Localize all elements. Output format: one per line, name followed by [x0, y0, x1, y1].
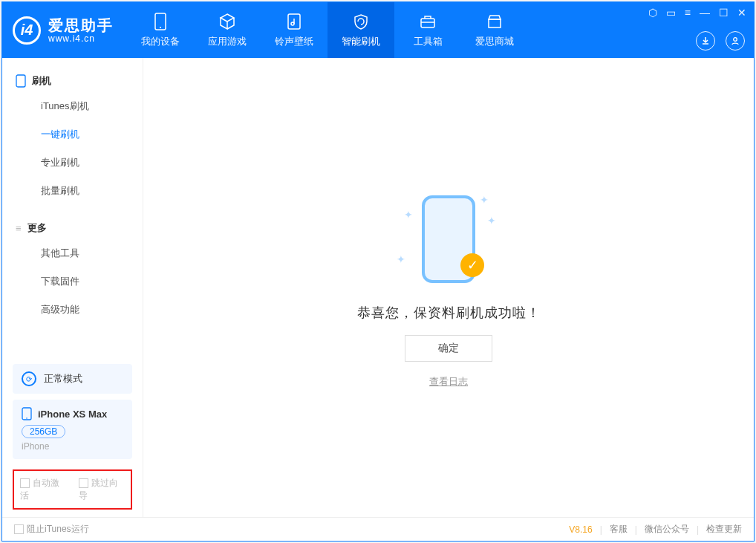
svg-point-3	[291, 22, 294, 25]
sidebar-item-other-tools[interactable]: 其他工具	[2, 239, 143, 267]
version-label: V8.16	[569, 524, 592, 535]
check-update-link[interactable]: 检查更新	[706, 523, 742, 536]
main-content: ✦ ✦ ✦ ✦ ✓ 恭喜您，保资料刷机成功啦！ 确定 查看日志	[143, 58, 754, 517]
app-logo: i4 爱思助手 www.i4.cn	[2, 2, 127, 58]
device-type: iPhone	[22, 441, 123, 452]
nav-label: 我的设备	[141, 35, 180, 48]
phone-small-icon	[16, 74, 26, 88]
body: 刷机 iTunes刷机 一键刷机 专业刷机 批量刷机 ≡ 更多 其他工具 下载固…	[2, 58, 754, 517]
device-capacity-badge: 256GB	[22, 425, 65, 438]
nav-label: 应用游戏	[208, 35, 247, 48]
sidebar-item-one-click-flash[interactable]: 一键刷机	[2, 120, 143, 149]
maximize-button[interactable]: ☐	[719, 7, 729, 19]
checkbox-skip-guide[interactable]: 跳过向导	[79, 477, 126, 502]
sidebar: 刷机 iTunes刷机 一键刷机 专业刷机 批量刷机 ≡ 更多 其他工具 下载固…	[2, 58, 143, 517]
close-button[interactable]: ✕	[737, 7, 746, 19]
checkbox-auto-activate[interactable]: 自动激活	[20, 477, 67, 502]
device-panel[interactable]: iPhone XS Max 256GB iPhone	[13, 400, 132, 459]
svg-rect-7	[16, 75, 25, 87]
wechat-link[interactable]: 微信公众号	[645, 523, 689, 536]
shop-icon	[486, 13, 504, 30]
check-badge-icon: ✓	[460, 253, 484, 277]
sidebar-item-advanced[interactable]: 高级功能	[2, 296, 143, 324]
sparkle-icon: ✦	[404, 209, 413, 221]
highlighted-checkbox-row: 自动激活 跳过向导	[13, 469, 132, 510]
nav-label: 铃声壁纸	[275, 35, 313, 48]
refresh-shield-icon	[352, 13, 370, 30]
nav-ringtones-wallpapers[interactable]: 铃声壁纸	[261, 2, 328, 58]
svg-rect-4	[421, 19, 434, 27]
music-file-icon	[285, 13, 303, 30]
device-name: iPhone XS Max	[38, 409, 107, 420]
logo-text: 爱思助手 www.i4.cn	[48, 17, 114, 44]
sidebar-item-itunes-flash[interactable]: iTunes刷机	[2, 92, 143, 120]
list-icon: ≡	[16, 223, 22, 234]
success-illustration: ✦ ✦ ✦ ✦ ✓	[397, 186, 501, 290]
view-log-link[interactable]: 查看日志	[429, 375, 468, 388]
separator: |	[600, 524, 602, 535]
separator: |	[697, 524, 699, 535]
checkbox-icon[interactable]	[79, 478, 88, 488]
phone-icon	[151, 13, 169, 30]
window-controls: ⬡ ▭ ≡ — ☐ ✕	[648, 7, 746, 19]
sidebar-group-flash: 刷机 iTunes刷机 一键刷机 专业刷机 批量刷机	[2, 58, 143, 205]
mode-icon: ⟳	[22, 371, 36, 386]
mode-label: 正常模式	[44, 372, 82, 386]
logo-icon: i4	[13, 16, 41, 45]
footer: 阻止iTunes运行 V8.16 | 客服 | 微信公众号 | 检查更新	[2, 517, 754, 541]
sidebar-group-label: 刷机	[32, 74, 51, 88]
sidebar-group-label: 更多	[27, 221, 47, 235]
svg-point-1	[160, 27, 161, 28]
user-icon	[730, 36, 740, 46]
download-button[interactable]	[696, 31, 715, 51]
device-icon	[22, 407, 32, 420]
support-link[interactable]: 客服	[610, 523, 628, 536]
cube-icon	[218, 13, 236, 30]
sidebar-group-head-flash: 刷机	[2, 70, 143, 92]
svg-point-6	[734, 38, 737, 42]
footer-right: V8.16 | 客服 | 微信公众号 | 检查更新	[569, 523, 742, 536]
mode-panel[interactable]: ⟳ 正常模式	[13, 364, 132, 394]
download-icon	[700, 36, 711, 46]
nav-apps-games[interactable]: 应用游戏	[194, 2, 261, 58]
app-name: 爱思助手	[48, 17, 114, 33]
minimize-button[interactable]: —	[700, 7, 710, 19]
sidebar-group-more: ≡ 更多 其他工具 下载固件 高级功能	[2, 205, 143, 324]
sidebar-group-head-more: ≡ 更多	[2, 217, 143, 239]
sidebar-bottom: ⟳ 正常模式 iPhone XS Max 256GB iPhone 自动激活 跳…	[2, 358, 143, 517]
app-window: i4 爱思助手 www.i4.cn 我的设备 应用游戏 铃声壁纸 智能刷机	[1, 1, 755, 542]
checkbox-block-itunes[interactable]: 阻止iTunes运行	[14, 523, 89, 536]
top-nav: 我的设备 应用游戏 铃声壁纸 智能刷机 工具箱 爱思商城	[127, 2, 528, 58]
nav-label: 智能刷机	[342, 35, 380, 48]
separator: |	[635, 524, 637, 535]
success-message: 恭喜您，保资料刷机成功啦！	[357, 304, 541, 322]
sidebar-item-batch-flash[interactable]: 批量刷机	[2, 177, 143, 205]
menu-icon[interactable]: ≡	[685, 7, 691, 19]
nav-my-device[interactable]: 我的设备	[127, 2, 194, 58]
toolbox-icon	[419, 13, 437, 30]
profile-button[interactable]	[726, 31, 745, 51]
nav-store[interactable]: 爱思商城	[461, 2, 528, 58]
svg-rect-5	[489, 19, 501, 27]
shirt-icon[interactable]: ⬡	[648, 7, 657, 19]
app-site: www.i4.cn	[48, 33, 114, 44]
titlebar: i4 爱思助手 www.i4.cn 我的设备 应用游戏 铃声壁纸 智能刷机	[2, 2, 754, 58]
nav-label: 工具箱	[414, 35, 443, 48]
checkbox-icon[interactable]	[14, 524, 24, 534]
nav-label: 爱思商城	[475, 35, 514, 48]
sparkle-icon: ✦	[480, 194, 489, 206]
sidebar-item-download-firmware[interactable]: 下载固件	[2, 267, 143, 296]
sidebar-item-pro-flash[interactable]: 专业刷机	[2, 149, 143, 177]
note-icon[interactable]: ▭	[666, 7, 676, 19]
checkbox-icon[interactable]	[20, 478, 30, 488]
svg-point-9	[26, 417, 27, 419]
sparkle-icon: ✦	[397, 253, 405, 265]
sparkle-icon: ✦	[487, 215, 496, 227]
titlebar-right-buttons	[696, 31, 745, 51]
nav-smart-flash[interactable]: 智能刷机	[328, 2, 394, 58]
ok-button[interactable]: 确定	[405, 335, 492, 362]
checkbox-label: 阻止iTunes运行	[27, 524, 89, 534]
nav-toolbox[interactable]: 工具箱	[394, 2, 461, 58]
